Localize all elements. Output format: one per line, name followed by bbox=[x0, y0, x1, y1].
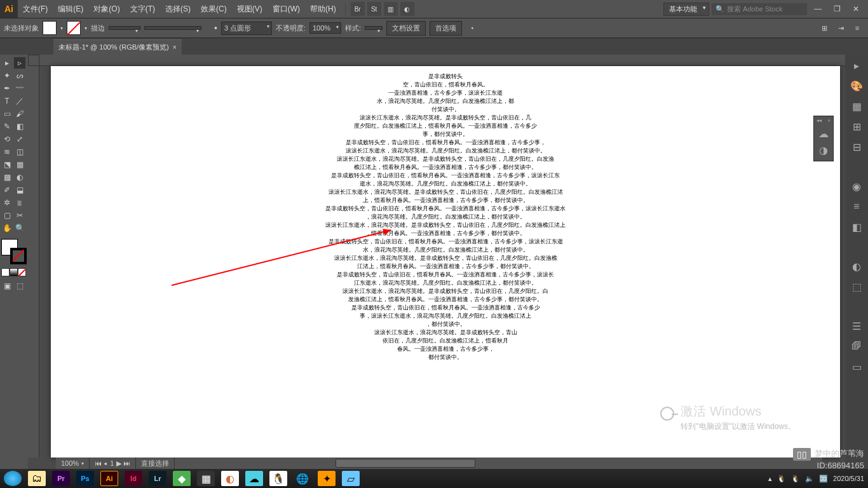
taskbar-indesign-icon[interactable]: Id bbox=[125, 471, 142, 486]
document-tab[interactable]: 未标题-1* @ 100% (RGB/像素预览) × bbox=[53, 39, 182, 55]
brushes-panel-icon[interactable]: ⊞ bbox=[850, 119, 864, 133]
taskbar-chrome-icon[interactable]: 🌐 bbox=[294, 471, 311, 486]
window-minimize-icon[interactable]: ― bbox=[810, 3, 826, 15]
taskbar-lightroom-icon[interactable]: Lr bbox=[149, 471, 166, 486]
ruler-vertical[interactable] bbox=[28, 66, 39, 458]
brush-field[interactable]: 3 点圆形 bbox=[221, 22, 272, 35]
color-panel-icon[interactable]: 🎨 bbox=[850, 79, 864, 93]
tray-clock[interactable]: 2020/5/31 bbox=[833, 475, 864, 482]
gradient-tool[interactable]: ◐ bbox=[14, 172, 25, 183]
symbols-panel-icon[interactable]: ⊟ bbox=[850, 140, 864, 154]
eyedropper-tool[interactable]: ✐ bbox=[1, 184, 13, 196]
taskbar-app3-icon[interactable]: ◐ bbox=[221, 471, 239, 486]
opacity-field[interactable]: 100% bbox=[309, 22, 341, 34]
menu-window[interactable]: 窗口(W) bbox=[268, 4, 305, 15]
tab-close-icon[interactable]: × bbox=[173, 44, 177, 51]
swatches-panel-icon[interactable]: ▦ bbox=[850, 99, 864, 113]
align-icon[interactable]: ⊞ bbox=[817, 21, 831, 35]
taskbar-app1-icon[interactable]: ◆ bbox=[173, 471, 191, 486]
workspace-dropdown[interactable]: 基本功能 bbox=[663, 3, 709, 16]
taskbar-app2-icon[interactable]: ▦ bbox=[197, 471, 215, 486]
menu-type[interactable]: 文字(T) bbox=[125, 4, 160, 15]
mesh-tool[interactable]: ▩ bbox=[1, 172, 13, 183]
zoom-tool[interactable]: 🔍 bbox=[14, 222, 25, 234]
panel-close-icon[interactable]: × bbox=[827, 118, 831, 124]
tray-volume-icon[interactable]: 🔈 bbox=[805, 475, 814, 483]
menu-help[interactable]: 帮助(H) bbox=[305, 4, 341, 15]
menu-object[interactable]: 对象(O) bbox=[88, 4, 125, 15]
layers-panel-icon[interactable]: ☰ bbox=[850, 319, 864, 333]
search-stock-input[interactable]: 🔍搜索 Adobe Stock bbox=[712, 3, 807, 15]
canvas-area[interactable]: 是非成败转头空，青山依旧在，惯看秋月春风。一壶浊酒喜相逢，古今多少事，滚滚长江东… bbox=[28, 55, 845, 469]
arrange-docs-icon[interactable]: ▥ bbox=[384, 2, 398, 16]
free-transform-tool[interactable]: ◫ bbox=[14, 146, 25, 158]
tray-up-icon[interactable]: ▴ bbox=[768, 475, 772, 483]
menu-edit[interactable]: 编辑(E) bbox=[53, 4, 88, 15]
expand-dock-icon[interactable]: ▸ bbox=[850, 58, 864, 72]
tray-ime-icon[interactable]: 🈁 bbox=[819, 475, 828, 483]
circular-text-object[interactable]: 是非成败转头空，青山依旧在，惯看秋月春风。一壶浊酒喜相逢，古今多少事，滚滚长江东… bbox=[277, 72, 614, 362]
brush-tool[interactable]: 🖌 bbox=[14, 108, 25, 119]
window-close-icon[interactable]: ✕ bbox=[848, 3, 864, 15]
ruler-horizontal[interactable] bbox=[39, 55, 845, 66]
taskbar-app4-icon[interactable]: ☁ bbox=[245, 471, 263, 486]
tray-qq1-icon[interactable]: 🐧 bbox=[777, 475, 786, 483]
taskbar-browser-icon[interactable] bbox=[4, 471, 22, 486]
graphic-styles-panel-icon[interactable]: ⬚ bbox=[850, 280, 864, 294]
shaper-tool[interactable]: ✎ bbox=[1, 121, 13, 132]
rectangle-tool[interactable]: ▭ bbox=[1, 108, 13, 119]
perspective-tool[interactable]: ▦ bbox=[14, 159, 25, 170]
screen-mode-toggle[interactable]: ⬚ bbox=[14, 280, 25, 292]
gradient-panel-icon[interactable]: ≡ bbox=[850, 200, 864, 214]
taskbar-app6-icon[interactable]: ▱ bbox=[342, 471, 360, 486]
artboards-panel-icon[interactable]: ▭ bbox=[850, 360, 864, 374]
artboard-nav[interactable]: ⏮ ◀ 1 ▶ ⏭ bbox=[90, 458, 136, 469]
stroke-swatch[interactable] bbox=[67, 21, 81, 35]
artboard[interactable]: 是非成败转头空，青山依旧在，惯看秋月春风。一壶浊酒喜相逢，古今多少事，滚滚长江东… bbox=[51, 66, 840, 458]
transform-icon[interactable]: ⇥ bbox=[834, 21, 848, 35]
taskbar-illustrator-icon[interactable]: Ai bbox=[100, 471, 118, 486]
blend-tool[interactable]: ⬓ bbox=[14, 184, 25, 196]
slice-tool[interactable]: ✂ bbox=[14, 210, 25, 221]
panel-collapse-icon[interactable]: ◂◂ bbox=[817, 118, 822, 124]
gpu-icon[interactable]: ◐ bbox=[400, 2, 414, 16]
transparency-panel-icon[interactable]: ◧ bbox=[850, 220, 864, 234]
zoom-level[interactable]: 100% ▾ bbox=[56, 458, 90, 469]
menu-view[interactable]: 视图(V) bbox=[232, 4, 268, 15]
doc-setup-button[interactable]: 文档设置 bbox=[386, 21, 426, 36]
menu-effect[interactable]: 效果(C) bbox=[196, 4, 232, 15]
color-normal[interactable] bbox=[1, 268, 10, 276]
rotate-tool[interactable]: ⟲ bbox=[1, 133, 13, 145]
prefs-icon[interactable]: 🞘 bbox=[466, 21, 480, 35]
symbol-tool[interactable]: ✲ bbox=[1, 197, 13, 208]
type-tool[interactable]: T bbox=[1, 95, 13, 107]
libraries-panel-icon[interactable]: ☁ bbox=[815, 126, 832, 140]
style-field[interactable] bbox=[365, 26, 383, 30]
width-tool[interactable]: ≋ bbox=[1, 146, 13, 158]
reflect-tool[interactable]: ⤢ bbox=[14, 133, 25, 145]
taskbar-app5-icon[interactable]: ✦ bbox=[318, 471, 336, 486]
screen-mode-normal[interactable]: ▣ bbox=[1, 280, 13, 292]
shape-builder-tool[interactable]: ⬔ bbox=[1, 159, 13, 170]
tray-qq2-icon[interactable]: 🐧 bbox=[791, 475, 800, 483]
fill-swatch[interactable] bbox=[43, 21, 57, 35]
fill-stroke-control[interactable] bbox=[1, 239, 27, 264]
taskbar-photoshop-icon[interactable]: Ps bbox=[76, 471, 94, 486]
eraser-tool[interactable]: ◧ bbox=[14, 121, 25, 132]
artboard-tool[interactable]: ▢ bbox=[1, 210, 13, 221]
properties-panel-icon[interactable]: ◑ bbox=[815, 143, 832, 157]
asset-export-panel-icon[interactable]: 🗊 bbox=[850, 339, 864, 353]
lasso-tool[interactable]: ᔕ bbox=[14, 70, 25, 81]
menu-file[interactable]: 文件(F) bbox=[18, 4, 53, 15]
stroke-width-field[interactable] bbox=[109, 26, 140, 30]
magic-wand-tool[interactable]: ✦ bbox=[1, 70, 13, 81]
color-none[interactable] bbox=[18, 268, 26, 276]
floating-properties-panel[interactable]: ◂◂× ☁ ◑ bbox=[813, 116, 834, 161]
pen-tool[interactable]: ✒ bbox=[1, 83, 13, 94]
direct-selection-tool[interactable]: ▹ bbox=[14, 57, 25, 69]
prefs-button[interactable]: 首选项 bbox=[430, 21, 462, 36]
taskbar-explorer-icon[interactable]: 🗂 bbox=[28, 471, 46, 486]
curvature-tool[interactable]: 〰 bbox=[14, 83, 25, 94]
stroke-box[interactable] bbox=[10, 248, 27, 264]
window-restore-icon[interactable]: ❐ bbox=[829, 3, 845, 15]
